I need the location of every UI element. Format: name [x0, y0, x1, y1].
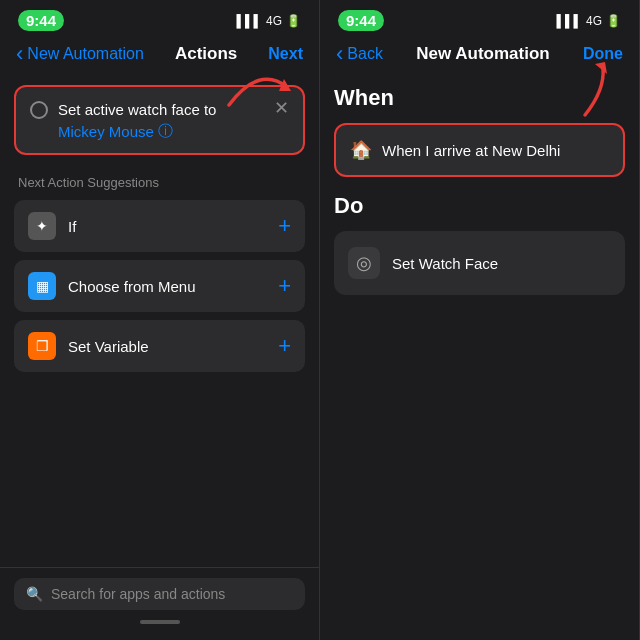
back-button-left[interactable]: New Automation: [16, 41, 144, 67]
add-variable-button[interactable]: +: [278, 335, 291, 357]
chevron-left-icon-right: [336, 41, 345, 67]
action-card-inner: Set active watch face to Mickey Mouse ⓘ: [30, 99, 216, 141]
signal-bars-right: ▌▌▌: [556, 14, 582, 28]
nav-title-right: New Automation: [416, 44, 549, 64]
status-bar-right: 9:44 ▌▌▌ 4G 🔋: [320, 0, 639, 37]
do-card-text: Set Watch Face: [392, 255, 498, 272]
watch-face-icon: ◎: [348, 247, 380, 279]
when-section: When 🏠 When I arrive at New Delhi: [320, 77, 639, 193]
add-if-button[interactable]: +: [278, 215, 291, 237]
battery-icon-left: 🔋: [286, 14, 301, 28]
action-sub-text[interactable]: Mickey Mouse ⓘ: [58, 122, 216, 141]
if-icon: ✦: [28, 212, 56, 240]
info-circle-icon: ⓘ: [158, 122, 173, 141]
next-button[interactable]: Next: [268, 45, 303, 63]
choose-menu-icon: ▦: [28, 272, 56, 300]
remove-action-button[interactable]: ✕: [274, 99, 289, 117]
suggestion-if-label: If: [68, 218, 76, 235]
suggestions-title: Next Action Suggestions: [14, 175, 305, 190]
left-phone-panel: 9:44 ▌▌▌ 4G 🔋 New Automation Actions Nex…: [0, 0, 320, 640]
nav-bar-left: New Automation Actions Next: [0, 37, 319, 77]
nav-title-left: Actions: [175, 44, 237, 64]
status-bar-left: 9:44 ▌▌▌ 4G 🔋: [0, 0, 319, 37]
do-title: Do: [334, 193, 625, 219]
search-placeholder-text: Search for apps and actions: [51, 586, 225, 602]
radio-button[interactable]: [30, 101, 48, 119]
bottom-handle: [140, 620, 180, 624]
do-section: Do ◎ Set Watch Face: [320, 193, 639, 295]
signal-bars-left: ▌▌▌: [236, 14, 262, 28]
action-main-text: Set active watch face to: [58, 99, 216, 120]
bottom-search-area: 🔍 Search for apps and actions: [0, 567, 319, 640]
status-time-left: 9:44: [18, 10, 64, 31]
back-button-right[interactable]: Back: [336, 41, 383, 67]
status-time-right: 9:44: [338, 10, 384, 31]
suggestion-variable-label: Set Variable: [68, 338, 149, 355]
action-text-block: Set active watch face to Mickey Mouse ⓘ: [58, 99, 216, 141]
status-icons-left: ▌▌▌ 4G 🔋: [236, 14, 301, 28]
network-type-right: 4G: [586, 14, 602, 28]
network-type-left: 4G: [266, 14, 282, 28]
chevron-left-icon: [16, 41, 25, 67]
set-variable-icon: ❒: [28, 332, 56, 360]
nav-bar-right: Back New Automation Done: [320, 37, 639, 77]
do-card[interactable]: ◎ Set Watch Face: [334, 231, 625, 295]
when-title: When: [334, 85, 625, 111]
battery-icon-right: 🔋: [606, 14, 621, 28]
done-button[interactable]: Done: [583, 45, 623, 63]
search-icon: 🔍: [26, 586, 43, 602]
when-card-text: When I arrive at New Delhi: [382, 142, 560, 159]
suggestion-set-variable[interactable]: ❒ Set Variable +: [14, 320, 305, 372]
add-menu-button[interactable]: +: [278, 275, 291, 297]
when-card[interactable]: 🏠 When I arrive at New Delhi: [334, 123, 625, 177]
search-bar[interactable]: 🔍 Search for apps and actions: [14, 578, 305, 610]
content-left: Set active watch face to Mickey Mouse ⓘ …: [0, 77, 319, 567]
action-card[interactable]: Set active watch face to Mickey Mouse ⓘ …: [14, 85, 305, 155]
right-phone-panel: 9:44 ▌▌▌ 4G 🔋 Back New Automation Done W…: [320, 0, 640, 640]
suggestion-choose-menu[interactable]: ▦ Choose from Menu +: [14, 260, 305, 312]
location-arrival-icon: 🏠: [350, 139, 372, 161]
suggestion-menu-label: Choose from Menu: [68, 278, 196, 295]
suggestion-if[interactable]: ✦ If +: [14, 200, 305, 252]
status-icons-right: ▌▌▌ 4G 🔋: [556, 14, 621, 28]
